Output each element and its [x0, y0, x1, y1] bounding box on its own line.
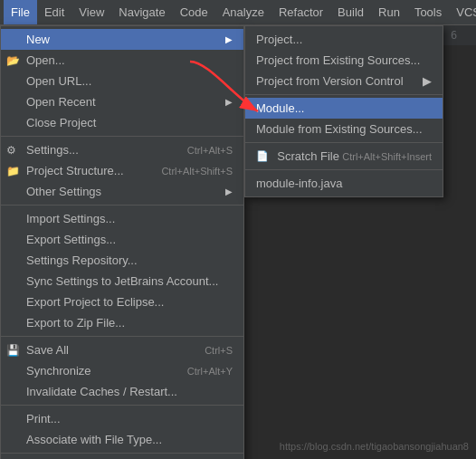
separator-5 [1, 453, 243, 454]
new-separator-3 [245, 169, 443, 170]
menu-analyze[interactable]: Analyze [215, 0, 271, 24]
watermark-text: https://blog.csdn.net/tigaobansongjiahua… [280, 441, 469, 452]
separator-3 [1, 336, 243, 337]
menu-item-invalidate-caches[interactable]: Invalidate Caches / Restart... [1, 381, 243, 402]
submenu-item-project-vcs[interactable]: Project from Version Control ▶ [245, 71, 443, 91]
submenu-arrow-recent-icon: ▶ [225, 97, 233, 107]
menu-item-other-settings[interactable]: Other Settings ▶ [1, 181, 243, 202]
open-icon: 📂 [6, 54, 20, 67]
submenu-item-project[interactable]: Project... [245, 29, 443, 50]
menu-edit[interactable]: Edit [37, 0, 71, 24]
submenu-item-scratch-file[interactable]: 📄 Scratch File Ctrl+Alt+Shift+Insert [245, 146, 443, 167]
menu-item-settings-repo[interactable]: Settings Repository... [1, 250, 243, 271]
line-number: 6 [443, 25, 476, 45]
menu-item-export-eclipse[interactable]: Export Project to Eclipse... [1, 292, 243, 312]
file-dropdown-menu: New ▶ 📂 Open... Open URL... Open Recent … [0, 25, 244, 459]
menu-run[interactable]: Run [371, 0, 407, 24]
menu-item-print[interactable]: Print... [1, 408, 243, 429]
submenu-item-module-existing[interactable]: Module from Existing Sources... [245, 119, 443, 139]
menu-file[interactable]: File [4, 0, 37, 24]
new-separator-2 [245, 142, 443, 143]
submenu-item-project-existing[interactable]: Project from Existing Sources... [245, 50, 443, 71]
menu-refactor[interactable]: Refactor [271, 0, 330, 24]
menu-build[interactable]: Build [330, 0, 371, 24]
menu-item-export-settings[interactable]: Export Settings... [1, 229, 243, 250]
scratch-file-icon: 📄 [256, 150, 269, 162]
separator-4 [1, 405, 243, 406]
menu-item-associate-file-type[interactable]: Associate with File Type... [1, 429, 243, 450]
submenu-arrow-icon: ▶ [225, 34, 233, 44]
menu-item-open-url[interactable]: Open URL... [1, 71, 243, 91]
project-structure-icon: 📁 [6, 165, 20, 177]
submenu-arrow-other-icon: ▶ [225, 186, 233, 196]
menu-code[interactable]: Code [173, 0, 215, 24]
menu-tools[interactable]: Tools [407, 0, 449, 24]
menu-item-synchronize[interactable]: Synchronize Ctrl+Alt+Y [1, 360, 243, 381]
new-separator-1 [245, 94, 443, 95]
save-icon: 💾 [6, 344, 20, 357]
menu-item-open[interactable]: 📂 Open... [1, 50, 243, 71]
separator-1 [1, 136, 243, 137]
menu-item-settings[interactable]: ⚙ Settings... Ctrl+Alt+S [1, 139, 243, 160]
menu-item-open-recent[interactable]: Open Recent ▶ [1, 91, 243, 112]
submenu-arrow-vcs-icon: ▶ [423, 74, 432, 88]
menu-item-close-project[interactable]: Close Project [1, 112, 243, 133]
menu-item-sync-settings[interactable]: Sync Settings to JetBrains Account... [1, 271, 243, 292]
menu-bar: File Edit View Navigate Code Analyze Ref… [0, 0, 476, 25]
separator-2 [1, 205, 243, 206]
menu-item-save-all[interactable]: 💾 Save All Ctrl+S [1, 339, 243, 360]
menu-item-project-structure[interactable]: 📁 Project Structure... Ctrl+Alt+Shift+S [1, 160, 243, 181]
menu-vcs[interactable]: VCS [449, 0, 476, 24]
menu-item-export-zip[interactable]: Export to Zip File... [1, 312, 243, 333]
menu-view[interactable]: View [71, 0, 111, 24]
menu-navigate[interactable]: Navigate [111, 0, 172, 24]
menu-item-import-settings[interactable]: Import Settings... [1, 208, 243, 229]
new-submenu: Project... Project from Existing Sources… [244, 25, 443, 197]
settings-icon: ⚙ [6, 144, 16, 157]
submenu-item-module-info[interactable]: module-info.java [245, 173, 443, 194]
submenu-item-module[interactable]: Module... [245, 98, 443, 119]
menu-item-new[interactable]: New ▶ [1, 29, 243, 50]
editor-area: 6 [443, 25, 476, 459]
